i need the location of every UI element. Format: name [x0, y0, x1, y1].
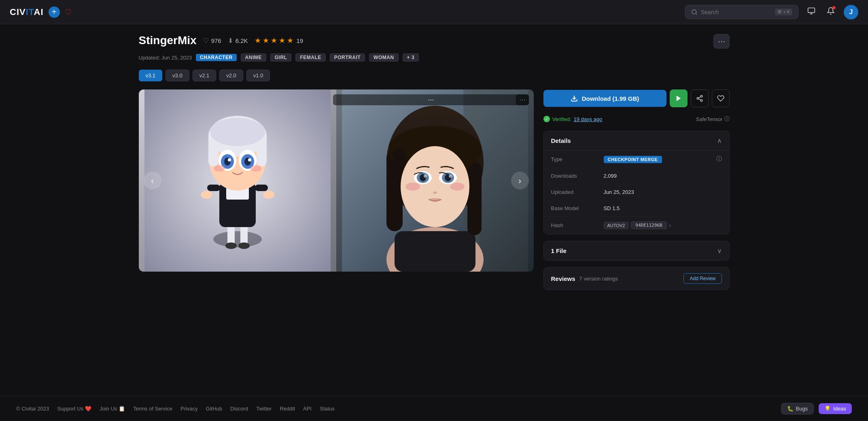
details-table: Type CHECKPOINT MERGE ⓘ Downloads 2,099 …: [544, 151, 729, 234]
type-info-icon[interactable]: ⓘ: [716, 155, 722, 163]
gallery-images: [139, 89, 534, 272]
more-options-button[interactable]: ⋯: [713, 34, 730, 49]
downloads-label: Downloads: [551, 173, 604, 179]
portrait-svg: [336, 89, 534, 272]
add-review-button[interactable]: Add Review: [683, 273, 722, 284]
details-header[interactable]: Details ∧: [544, 131, 729, 151]
tag-woman[interactable]: WOMAN: [369, 53, 399, 62]
run-button[interactable]: [670, 89, 688, 107]
join-icon: 📋: [119, 406, 125, 412]
download-count-icon: ⬇: [228, 37, 233, 45]
tag-portrait[interactable]: PORTRAIT: [330, 53, 365, 62]
search-bar[interactable]: ⌘ + K: [685, 5, 798, 19]
favorites-icon[interactable]: ♡: [65, 7, 72, 17]
model-header: StingerMix ♡ 976 ⬇ 6.2K ★ ★ ★ ★ ★ 19: [139, 34, 730, 49]
version-tab-v31[interactable]: v3.1: [139, 70, 163, 81]
display-toggle-button[interactable]: [805, 4, 818, 19]
svg-point-47: [449, 174, 452, 178]
base-model-label: Base Model: [551, 205, 604, 211]
svg-rect-10: [207, 185, 220, 191]
hash-expand-icon[interactable]: ›: [669, 222, 671, 228]
files-header[interactable]: 1 File ∨: [544, 241, 729, 260]
gallery-options-left[interactable]: ⋯: [333, 94, 529, 105]
logo[interactable]: CIVITAI: [10, 7, 44, 17]
support-us-link[interactable]: Support Us ❤️: [57, 406, 91, 412]
terms-link[interactable]: Terms of Service: [133, 406, 172, 412]
header-right: ⌘ + K J: [685, 4, 858, 19]
version-tab-v21[interactable]: v2.1: [193, 70, 216, 81]
details-title: Details: [551, 137, 571, 144]
footer: © Civitai 2023 Support Us ❤️ Join Us 📋 T…: [0, 396, 868, 421]
bugs-label: Bugs: [796, 406, 808, 412]
share-button[interactable]: [691, 89, 709, 107]
hash-wrapper: AUTOV2 94DE11296B ›: [604, 221, 722, 229]
details-section: Details ∧ Type CHECKPOINT MERGE ⓘ Downlo…: [543, 131, 730, 234]
svg-rect-34: [395, 231, 475, 272]
download-icon: [571, 95, 578, 102]
uploaded-label: Uploaded: [551, 189, 604, 195]
svg-point-12: [201, 191, 212, 199]
gallery-next-button[interactable]: ›: [511, 172, 529, 189]
files-title: 1 File: [551, 247, 567, 254]
api-link[interactable]: API: [303, 406, 312, 412]
svg-point-48: [405, 183, 420, 191]
copyright: © Civitai 2023: [16, 406, 49, 412]
ideas-label: Ideas: [833, 406, 846, 412]
tag-anime[interactable]: ANIME: [241, 53, 266, 62]
details-row-uploaded: Uploaded Jun 25, 2023: [544, 184, 729, 200]
svg-point-6: [225, 242, 237, 249]
version-tab-v20[interactable]: v2.0: [219, 70, 243, 81]
safetensor-info-icon[interactable]: ⓘ: [724, 115, 730, 123]
display-icon: [807, 7, 815, 15]
gallery-wrapper: ⋯ ⋯ ‹ ›: [139, 89, 534, 272]
version-tab-v10[interactable]: v1.0: [246, 70, 270, 81]
notifications-button[interactable]: [824, 4, 837, 19]
download-button[interactable]: Download (1.99 GB): [543, 90, 666, 107]
tag-character[interactable]: CHARACTER: [196, 54, 237, 61]
gallery-prev-button[interactable]: ‹: [144, 172, 161, 189]
join-us-link[interactable]: Join Us 📋: [100, 406, 125, 412]
model-title-row: StingerMix ♡ 976 ⬇ 6.2K ★ ★ ★ ★ ★ 19: [139, 34, 303, 47]
gallery-image-right[interactable]: [336, 89, 534, 272]
reviews-title-group: Reviews 7 version ratings: [551, 275, 618, 282]
status-link[interactable]: Status: [320, 406, 335, 412]
discord-link[interactable]: Discord: [230, 406, 248, 412]
twitter-link[interactable]: Twitter: [256, 406, 272, 412]
tags-more[interactable]: + 3: [403, 53, 419, 62]
search-icon: [691, 9, 698, 15]
meta-row: Updated: Jun 25, 2023 CHARACTER ANIME GI…: [139, 53, 730, 62]
version-tab-v30[interactable]: v3.0: [166, 70, 189, 81]
svg-point-29: [250, 165, 261, 172]
svg-point-55: [700, 100, 702, 102]
rating-count: 19: [297, 37, 303, 44]
base-model-value: SD 1.5: [604, 205, 722, 211]
support-heart-icon: ❤️: [85, 406, 91, 412]
svg-line-57: [698, 97, 700, 98]
github-link[interactable]: GitHub: [206, 406, 222, 412]
tag-girl[interactable]: GIRL: [270, 53, 292, 62]
bookmark-icon: [717, 95, 724, 102]
gallery-image-left[interactable]: [139, 89, 336, 272]
header: CIVITAI + ♡ ⌘ + K J: [0, 0, 868, 24]
verified-dot: ✓: [543, 116, 550, 122]
ideas-button[interactable]: 💡 Ideas: [819, 403, 852, 414]
reddit-link[interactable]: Reddit: [280, 406, 295, 412]
checkpoint-merge-badge: CHECKPOINT MERGE: [604, 156, 662, 163]
details-row-downloads: Downloads 2,099: [544, 168, 729, 184]
footer-right: 🐛 Bugs 💡 Ideas: [781, 403, 852, 415]
like-icon[interactable]: ♡: [203, 37, 209, 45]
create-button[interactable]: +: [49, 6, 60, 18]
tag-female[interactable]: FEMALE: [295, 53, 325, 62]
avatar[interactable]: J: [844, 5, 858, 19]
privacy-link[interactable]: Privacy: [180, 406, 198, 412]
search-input[interactable]: [701, 9, 772, 15]
star-2: ★: [263, 36, 269, 45]
version-tabs: v3.1 v3.0 v2.1 v2.0 v1.0: [139, 70, 730, 81]
downloads-value: 2,099: [604, 173, 722, 179]
support-us-text: Support Us: [57, 406, 83, 412]
save-button[interactable]: [712, 89, 730, 107]
bugs-button[interactable]: 🐛 Bugs: [781, 403, 814, 415]
verified-date-link[interactable]: 19 days ago: [573, 116, 602, 122]
details-chevron-icon: ∧: [717, 137, 722, 145]
join-us-text: Join Us: [100, 406, 117, 412]
